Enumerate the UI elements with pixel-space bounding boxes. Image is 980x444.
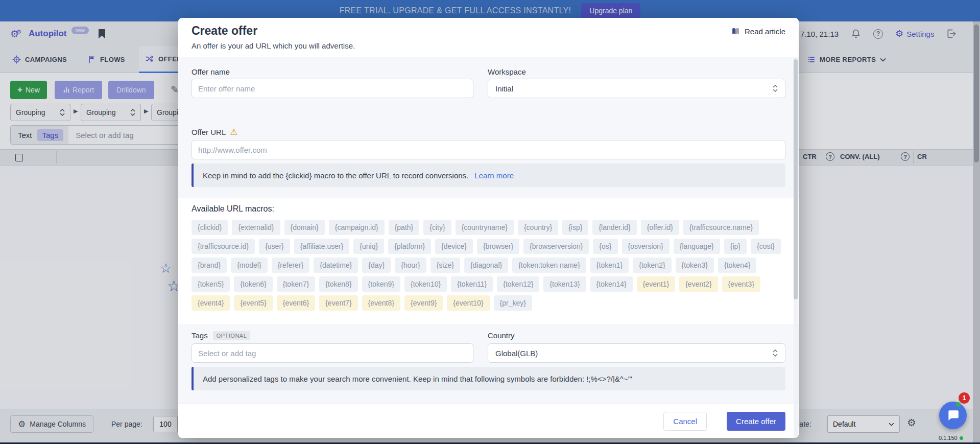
macro-chip[interactable]: {campaign.id} [329, 220, 385, 235]
macro-chip-list: {clickid} {externalid} {domain} {campaig… [192, 220, 785, 311]
macro-chip[interactable]: {uniq} [353, 239, 384, 254]
macro-chip[interactable]: {ip} [724, 239, 747, 254]
macro-chip[interactable]: {lander.id} [592, 220, 636, 235]
macro-chip[interactable]: {path} [389, 220, 420, 235]
macro-chip[interactable]: {brand} [192, 258, 227, 273]
macro-chip[interactable]: {event8} [362, 295, 400, 311]
macros-section: Available URL macros: {clickid} {externa… [178, 198, 799, 324]
macro-chip[interactable]: {event6} [277, 295, 315, 311]
modal-scrollbar-thumb[interactable] [794, 59, 798, 299]
macro-chip[interactable]: {trafficsource.id} [192, 239, 255, 254]
macro-chip[interactable]: {event10} [447, 295, 489, 311]
macro-chip[interactable]: {domain} [284, 220, 325, 235]
macro-chip[interactable]: {datetime} [314, 258, 358, 273]
macro-chip[interactable]: {country} [518, 220, 558, 235]
macro-chip[interactable]: {event7} [319, 295, 357, 311]
macro-chip[interactable]: {event9} [404, 295, 443, 311]
offer-url-input[interactable] [192, 140, 785, 159]
macro-chip[interactable]: {city} [423, 220, 451, 235]
macro-chip[interactable]: {token4} [718, 258, 756, 273]
macro-chip[interactable]: {browserversion} [523, 239, 589, 254]
macro-chip[interactable]: {event2} [679, 276, 718, 292]
status-dot [960, 436, 963, 440]
macro-chip[interactable]: {user} [259, 239, 290, 254]
macro-chip[interactable]: {token10} [404, 276, 447, 292]
read-article-link[interactable]: Read article [731, 27, 785, 36]
tags-note: Add personalized tags to make your searc… [192, 367, 785, 390]
book-icon [731, 27, 740, 36]
macro-chip[interactable]: {token5} [192, 276, 230, 292]
macro-chip[interactable]: {token2} [633, 258, 671, 273]
macro-chip[interactable]: {platform} [388, 239, 431, 254]
macro-chip[interactable]: {cost} [751, 239, 781, 254]
offer-name-label: Offer name [192, 67, 230, 76]
macro-chip[interactable]: {event5} [234, 295, 272, 311]
macro-chip[interactable]: {token12} [497, 276, 539, 292]
modal-subtitle: An offer is your ad URL which you will a… [192, 41, 355, 50]
macro-chip[interactable]: {token11} [451, 276, 493, 292]
macro-chip[interactable]: {token:token name} [512, 258, 586, 273]
modal-scrollbar[interactable] [794, 57, 798, 438]
workspace-label: Workspace [488, 67, 526, 76]
macro-chip[interactable]: {clickid} [192, 220, 228, 235]
chat-unread-badge: 1 [959, 392, 970, 404]
macro-chip[interactable]: {referer} [272, 258, 310, 273]
macro-chip[interactable]: {token13} [543, 276, 586, 292]
macro-chip[interactable]: {token14} [590, 276, 633, 292]
macro-chip[interactable]: {event3} [722, 276, 760, 292]
macro-chip[interactable]: {event4} [192, 295, 230, 311]
macro-chip[interactable]: {diagonal} [464, 258, 508, 273]
optional-badge: OPTIONAL [213, 331, 251, 340]
macro-chip[interactable]: {device} [435, 239, 473, 254]
chat-widget-button[interactable] [939, 402, 967, 429]
macro-chip[interactable]: {token6} [234, 276, 272, 292]
macro-chip[interactable]: {externalid} [232, 220, 280, 235]
macro-chip[interactable]: {isp} [562, 220, 588, 235]
macro-chip[interactable]: {os} [593, 239, 617, 254]
macro-chip[interactable]: {model} [231, 258, 267, 273]
tags-input[interactable] [192, 343, 473, 363]
macro-chip[interactable]: {token1} [590, 258, 629, 273]
tags-label: TagsOPTIONAL [192, 331, 250, 340]
chat-icon [946, 409, 960, 422]
clickid-note: Keep in mind to add the {clickid} macro … [192, 163, 785, 187]
chat-online-dot [956, 402, 961, 407]
macro-chip[interactable]: {hour} [395, 258, 426, 273]
macros-title: Available URL macros: [192, 204, 785, 214]
macro-chip[interactable]: {day} [362, 258, 391, 273]
macro-chip[interactable]: {osversion} [622, 239, 670, 254]
macro-chip[interactable]: {token3} [676, 258, 714, 273]
select-chevrons-icon [773, 349, 778, 357]
macro-chip[interactable]: {trafficsource.name} [683, 220, 759, 235]
create-offer-button[interactable]: Create offer [727, 412, 785, 431]
offer-url-label: Offer URL⚠ [192, 127, 238, 137]
macro-chip[interactable]: {token7} [277, 276, 315, 292]
macro-chip[interactable]: {event1} [637, 276, 675, 292]
create-offer-modal: Create offer An offer is your ad URL whi… [178, 18, 799, 438]
country-select[interactable]: Global(GLB) [488, 343, 785, 363]
warning-icon: ⚠ [230, 127, 237, 137]
macro-chip[interactable]: {browser} [477, 239, 519, 254]
macro-chip[interactable]: {token8} [319, 276, 357, 292]
modal-header: Create offer An offer is your ad URL whi… [178, 18, 799, 57]
modal-body: Offer name Workspace Initial Offer URL⚠ … [178, 57, 799, 404]
version-label: 0.1.150 [939, 435, 963, 441]
macro-chip[interactable]: {countryname} [456, 220, 514, 235]
macro-chip[interactable]: {token9} [362, 276, 400, 292]
country-label: Country [488, 331, 515, 340]
select-chevrons-icon [773, 85, 778, 92]
macro-chip[interactable]: {affiliate.user} [294, 239, 350, 254]
modal-footer: Cancel Create offer [178, 404, 799, 438]
macro-chip[interactable]: {language} [674, 239, 720, 254]
modal-title: Create offer [192, 24, 257, 38]
cancel-button[interactable]: Cancel [663, 412, 707, 431]
offer-name-input[interactable] [192, 79, 473, 98]
workspace-select[interactable]: Initial [488, 79, 785, 98]
learn-more-link[interactable]: Learn more [474, 171, 514, 180]
macro-chip[interactable]: {size} [431, 258, 460, 273]
macro-chip[interactable]: {offer.id} [641, 220, 679, 235]
macro-chip[interactable]: {pr_key} [494, 295, 532, 311]
